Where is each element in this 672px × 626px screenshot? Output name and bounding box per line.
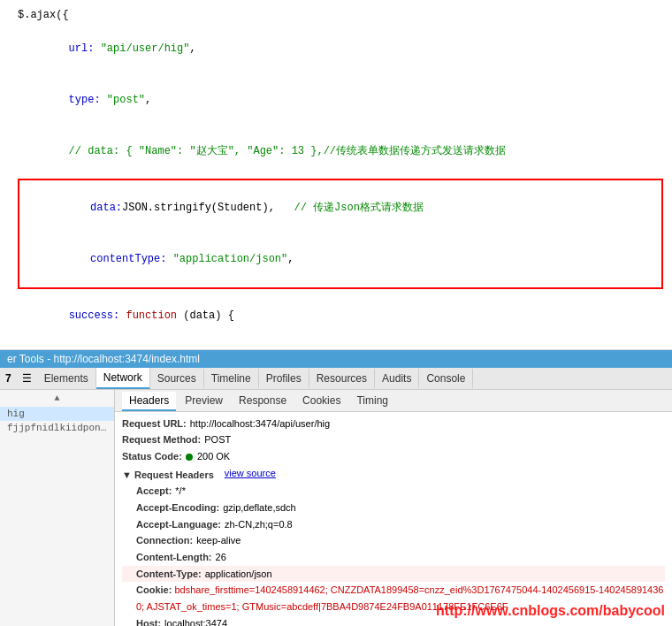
host-value: localhost:3474 <box>164 615 227 626</box>
headers-tabs: Headers Preview Response Cookies Timing <box>115 390 672 412</box>
status-code-label: Status Code: <box>122 448 182 465</box>
connection-row: Connection: keep-alive <box>122 532 665 549</box>
highlighted-line-1: data:JSON.stringify(Student), // 传递Json格… <box>27 183 654 234</box>
accept-value: */* <box>175 483 186 500</box>
tab-console[interactable]: Console <box>419 369 473 388</box>
htab-headers[interactable]: Headers <box>122 392 176 411</box>
devtools-titlebar: er Tools - http://localhost:3474/index.h… <box>0 350 672 368</box>
tab-sources[interactable]: Sources <box>150 369 204 388</box>
accept-encoding-value: gzip,deflate,sdch <box>223 500 296 516</box>
content-length-row: Content-Length: 26 <box>122 549 665 566</box>
req-headers-label: ▼ Request Headers <box>122 467 214 484</box>
tab-audits[interactable]: Audits <box>375 369 419 388</box>
code-line-1: $.ajax({ <box>18 7 672 24</box>
content-type-label: Content-Type: <box>136 566 202 583</box>
code-line-2: url: "api/user/hig", <box>18 24 672 75</box>
host-row: Host: localhost:3474 <box>122 615 665 626</box>
req-headers-section: ▼ Request Headers view source <box>122 465 665 484</box>
accept-language-label: Accept-Language: <box>136 516 221 533</box>
code-line-5: success: function (data) { <box>18 291 672 342</box>
list-icon[interactable]: ☰ <box>17 369 37 388</box>
tab-number: 7 <box>0 369 17 388</box>
request-method-row: Request Method: POST <box>122 431 665 448</box>
req-headers-view-source[interactable]: view source <box>225 465 276 484</box>
request-method-value: POST <box>204 431 231 448</box>
host-label: Host: <box>136 615 161 626</box>
status-code-row: Status Code: 200 OK <box>122 448 665 465</box>
accept-encoding-row: Accept-Encoding: gzip,deflate,sdch <box>122 500 665 516</box>
tab-resources[interactable]: Resources <box>309 369 375 388</box>
code-line-3: type: "post", <box>18 75 672 126</box>
request-method-label: Request Method: <box>122 431 201 448</box>
accept-label: Accept: <box>136 483 172 500</box>
accept-language-row: Accept-Language: zh-CN,zh;q=0.8 <box>122 516 665 533</box>
status-green-dot <box>186 454 193 461</box>
htab-timing[interactable]: Timing <box>349 392 395 411</box>
request-url-row: Request URL: http://localhost:3474/api/u… <box>122 416 665 432</box>
htab-cookies[interactable]: Cookies <box>295 392 347 411</box>
content-type-value: application/json <box>205 566 272 583</box>
cookie-label: Cookie: <box>136 584 172 595</box>
accept-encoding-label: Accept-Encoding: <box>136 500 219 516</box>
tab-profiles[interactable]: Profiles <box>259 369 309 388</box>
tab-elements[interactable]: Elements <box>37 369 96 388</box>
content-length-value: 26 <box>216 549 226 566</box>
highlighted-line-2: contentType: "application/json", <box>27 233 654 285</box>
tab-timeline[interactable]: Timeline <box>204 369 259 388</box>
request-url-label: Request URL: <box>122 416 187 432</box>
content-length-label: Content-Length: <box>136 549 212 566</box>
up-arrow[interactable]: ▲ <box>0 390 114 407</box>
htab-response[interactable]: Response <box>232 392 294 411</box>
status-code-value: 200 OK <box>186 448 230 465</box>
devtools-tabs: 7 ☰ Elements Network Sources Timeline Pr… <box>0 368 672 390</box>
content-type-row: Content-Type: application/json <box>122 566 665 583</box>
right-panel[interactable]: Headers Preview Response Cookies Timing … <box>115 390 672 626</box>
left-panel: ▲ hig fjjpfnidlkiidponkainlr <box>0 390 115 626</box>
cookie-value: bdshare_firsttime=1402458914462; CNZZDAT… <box>136 584 663 612</box>
devtools-body: ▲ hig fjjpfnidlkiidponkainlr Headers Pre… <box>0 390 672 626</box>
connection-label: Connection: <box>136 532 193 549</box>
tab-network[interactable]: Network <box>96 368 150 389</box>
dollar-ajax: $.ajax({ <box>18 9 69 21</box>
code-line-4: // data: { "Name": "赵大宝", "Age": 13 },//… <box>18 126 672 177</box>
request-url-value: http://localhost:3474/api/user/hig <box>190 416 330 432</box>
highlighted-code-block: data:JSON.stringify(Student), // 传递Json格… <box>18 179 663 289</box>
left-item-long[interactable]: fjjpfnidlkiidponkainlr <box>0 421 114 435</box>
panel-content: Request URL: http://localhost:3474/api/u… <box>115 412 672 626</box>
accept-row: Accept: */* <box>122 483 665 500</box>
htab-preview[interactable]: Preview <box>178 392 230 411</box>
cookie-row: Cookie: bdshare_firsttime=1402458914462;… <box>122 582 665 615</box>
code-area: $.ajax({ url: "api/user/hig", type: "pos… <box>0 0 672 350</box>
left-item-hig[interactable]: hig <box>0 407 114 421</box>
connection-value: keep-alive <box>196 532 241 549</box>
accept-language-value: zh-CN,zh;q=0.8 <box>225 516 293 533</box>
